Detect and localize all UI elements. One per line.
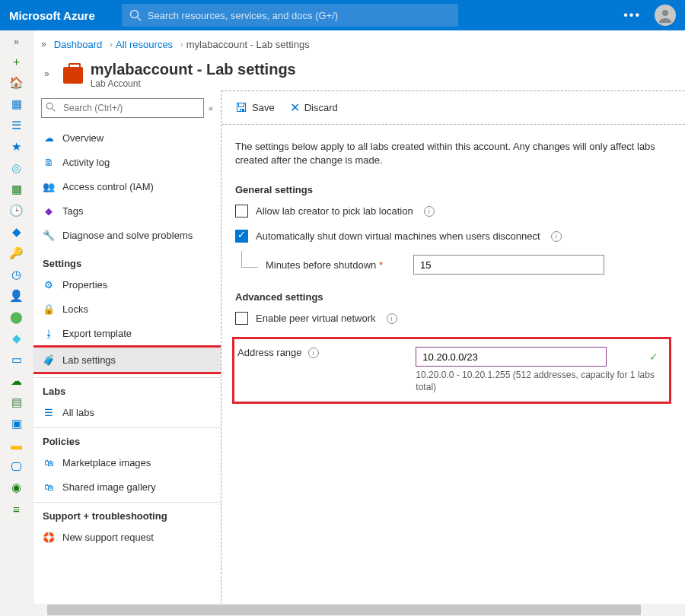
nav-tags[interactable]: ◆Tags — [33, 198, 221, 223]
rail-item-16-icon[interactable]: ◉ — [10, 481, 24, 494]
nav-label: Overview — [62, 132, 104, 144]
nav-label: Properties — [62, 279, 107, 291]
auto-shutdown-checkbox[interactable] — [235, 230, 248, 243]
home-icon[interactable]: 🏠 — [10, 76, 24, 90]
nav-label: Marketplace images — [62, 457, 151, 468]
dashboard-icon[interactable]: ▦ — [10, 97, 24, 111]
favorites-icon[interactable]: ★ — [10, 140, 24, 154]
chevron-right-icon: › — [180, 40, 183, 49]
nav-locks[interactable]: 🔒Locks — [33, 297, 221, 321]
page-title-row: » mylabaccount - Lab settings Lab Accoun… — [33, 53, 685, 90]
nav-collapse-icon[interactable]: « — [209, 103, 213, 113]
tag-icon: ◆ — [43, 205, 55, 217]
rail-item-2-icon[interactable]: ▦ — [10, 183, 24, 196]
nav-section-settings: Settings — [33, 250, 221, 272]
nav-activity-log[interactable]: 🗎Activity log — [33, 150, 221, 174]
people-icon: 👥 — [43, 180, 55, 192]
create-icon[interactable]: ＋ — [10, 55, 24, 68]
rail-item-14-icon[interactable]: ▬ — [10, 438, 24, 452]
highlight-box-nav: 🧳Lab settings — [33, 345, 221, 374]
breadcrumb-dashboard[interactable]: Dashboard — [54, 39, 103, 50]
nav-section-labs: Labs — [33, 377, 221, 400]
blade-expand-icon[interactable]: » — [44, 68, 49, 79]
auto-shutdown-row: Automatically shut down virtual machines… — [235, 230, 671, 243]
rail-item-13-icon[interactable]: ▣ — [10, 417, 24, 430]
nav-export-template[interactable]: ⭳Export template — [33, 321, 221, 345]
address-range-field-wrap: ✓ 10.20.0.0 - 10.20.1.255 (512 addresses… — [416, 347, 663, 393]
command-bar: 🖫Save ✕Discard — [221, 91, 685, 125]
minutes-label: Minutes before shutdown — [266, 259, 376, 271]
all-services-icon[interactable]: ☰ — [10, 119, 24, 132]
rail-item-5-icon[interactable]: 🔑 — [10, 246, 24, 260]
rail-item-12-icon[interactable]: ▤ — [10, 395, 24, 409]
briefcase-icon — [63, 67, 83, 84]
rail-item-11-icon[interactable]: ☁ — [10, 374, 24, 388]
nav-properties[interactable]: ⚙Properties — [33, 272, 221, 297]
nav-label: New support request — [62, 532, 154, 543]
rail-item-7-icon[interactable]: 👤 — [10, 289, 24, 303]
breadcrumb-all-resources[interactable]: All resources — [116, 39, 173, 50]
allow-location-checkbox[interactable] — [235, 205, 248, 218]
nav-shared-image-gallery[interactable]: 🛍Shared image gallery — [33, 475, 221, 499]
svg-line-1 — [137, 17, 141, 21]
address-range-hint: 10.20.0.0 - 10.20.1.255 (512 addresses, … — [416, 370, 663, 393]
layout: » ＋ 🏠 ▦ ☰ ★ ◎ ▦ 🕒 ◆ 🔑 ◷ 👤 ⬤ ◆ ▭ ☁ ▤ ▣ ▬ … — [0, 30, 685, 616]
rail-item-4-icon[interactable]: ◆ — [10, 225, 24, 239]
avatar[interactable] — [655, 5, 676, 26]
address-range-input[interactable] — [416, 347, 607, 367]
svg-point-0 — [130, 11, 138, 18]
nav-overview[interactable]: ☁Overview — [33, 125, 221, 150]
rail-item-17-icon[interactable]: ≡ — [10, 502, 24, 516]
info-icon[interactable]: i — [424, 206, 435, 217]
nav-search-input[interactable] — [41, 98, 204, 118]
nav-section-support: Support + troubleshooting — [33, 502, 221, 525]
nav-label: Shared image gallery — [62, 481, 156, 493]
page-subtitle: Lab Account — [91, 78, 296, 89]
svg-point-2 — [662, 10, 668, 16]
minutes-input[interactable] — [413, 255, 604, 275]
highlight-box-address-range: Address range i ✓ 10.20.0.0 - 10.20.1.25… — [232, 337, 671, 403]
cloud-icon: ☁ — [43, 132, 55, 144]
save-label: Save — [252, 102, 275, 113]
rail-item-9-icon[interactable]: ◆ — [10, 332, 24, 345]
save-button[interactable]: 🖫Save — [235, 101, 275, 115]
rail-item-1-icon[interactable]: ◎ — [10, 161, 24, 175]
enable-peer-checkbox[interactable] — [235, 312, 248, 325]
nav-lab-settings[interactable]: 🧳Lab settings — [33, 348, 221, 372]
rail-item-10-icon[interactable]: ▭ — [10, 353, 24, 367]
rail-expand-icon[interactable]: » — [7, 37, 27, 47]
rail-item-6-icon[interactable]: ◷ — [10, 268, 24, 281]
bag-icon: 🛍 — [43, 481, 55, 493]
nav-search-row: « — [33, 98, 221, 125]
minutes-row: Minutes before shutdown * — [241, 255, 671, 275]
rail-item-15-icon[interactable]: 🖵 — [10, 459, 24, 473]
nav-all-labs[interactable]: ☰All labs — [33, 400, 221, 424]
left-icon-rail: » ＋ 🏠 ▦ ☰ ★ ◎ ▦ 🕒 ◆ 🔑 ◷ 👤 ⬤ ◆ ▭ ☁ ▤ ▣ ▬ … — [0, 30, 33, 616]
sliders-icon: ⚙ — [43, 278, 55, 291]
nav-label: Diagnose and solve problems — [62, 230, 193, 241]
address-range-label: Address range — [237, 347, 302, 358]
info-icon[interactable]: i — [551, 231, 562, 242]
nav-marketplace-images[interactable]: 🛍Marketplace images — [33, 450, 221, 475]
nav-diagnose[interactable]: 🔧Diagnose and solve problems — [33, 223, 221, 247]
discard-button[interactable]: ✕Discard — [290, 100, 338, 115]
breadcrumb-current: mylabaccount - Lab settings — [186, 39, 310, 50]
info-icon[interactable]: i — [308, 348, 319, 358]
description-text: The settings below apply to all labs cre… — [235, 140, 671, 167]
lock-icon: 🔒 — [43, 303, 55, 315]
rail-item-8-icon[interactable]: ⬤ — [10, 310, 24, 324]
main-column: » Dashboard › All resources › mylabaccou… — [33, 30, 685, 616]
scrollbar-handle[interactable] — [47, 605, 641, 615]
horizontal-scrollbar[interactable] — [33, 604, 685, 616]
breadcrumb-expand-icon[interactable]: » — [41, 39, 46, 49]
nav-label: All labs — [62, 407, 94, 418]
global-search-input[interactable] — [122, 4, 458, 27]
more-icon[interactable]: ••• — [623, 8, 641, 22]
rail-item-3-icon[interactable]: 🕒 — [10, 204, 24, 218]
person-icon — [658, 8, 673, 23]
global-search-wrap — [122, 4, 458, 27]
nav-access-control[interactable]: 👥Access control (IAM) — [33, 174, 221, 198]
nav-label: Tags — [62, 205, 83, 217]
info-icon[interactable]: i — [387, 313, 397, 324]
nav-new-support-request[interactable]: 🛟New support request — [33, 525, 221, 549]
